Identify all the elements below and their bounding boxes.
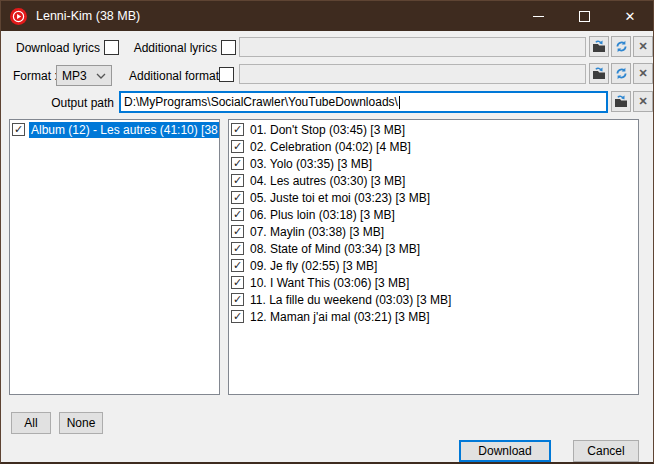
maximize-button[interactable] <box>561 1 607 31</box>
download-button[interactable]: Download <box>459 440 551 462</box>
track-list-item[interactable]: 03. Yolo (03:35) [3 MB] <box>229 155 638 172</box>
formats-browse-button[interactable] <box>589 63 609 84</box>
lyrics-browse-button[interactable] <box>589 36 609 57</box>
album-list-item[interactable]: Album (12) - Les autres (41:10) [38 MB] <box>10 121 219 138</box>
album-list[interactable]: Album (12) - Les autres (41:10) [38 MB] <box>9 119 220 395</box>
checkbox-icon[interactable] <box>231 259 244 272</box>
track-list-item[interactable]: 09. Je fly (02:55) [3 MB] <box>229 257 638 274</box>
track-list-item-label: 11. La fille du weekend (03:03) [3 MB] <box>248 292 453 308</box>
checkbox-icon[interactable] <box>12 123 25 136</box>
track-list-item-label: 09. Je fly (02:55) [3 MB] <box>248 258 379 274</box>
clear-icon: ✕ <box>638 68 647 79</box>
track-list-item[interactable]: 11. La fille du weekend (03:03) [3 MB] <box>229 291 638 308</box>
additional-formats-label: Additional formats <box>129 69 215 83</box>
close-icon: ✕ <box>625 10 636 23</box>
select-all-button[interactable]: All <box>11 412 51 434</box>
checkbox-icon[interactable] <box>231 208 244 221</box>
track-list-item-label: 02. Celebration (04:02) [4 MB] <box>248 139 413 155</box>
close-button[interactable]: ✕ <box>607 1 653 31</box>
track-list-item-label: 10. I Want This (03:06) [3 MB] <box>248 275 411 291</box>
checkbox-icon[interactable] <box>231 140 244 153</box>
folder-import-icon <box>614 95 628 108</box>
track-list-item-label: 06. Plus loin (03:18) [3 MB] <box>248 207 397 223</box>
additional-lyrics-label: Additional lyrics <box>131 41 217 55</box>
track-list-item-label: 12. Maman j'ai mal (03:21) [3 MB] <box>248 309 432 325</box>
track-list-item-label: 08. State of Mind (03:34) [3 MB] <box>248 241 422 257</box>
track-list-item-label: 04. Les autres (03:30) [3 MB] <box>248 173 407 189</box>
checkbox-icon[interactable] <box>231 276 244 289</box>
track-list-item-label: 03. Yolo (03:35) [3 MB] <box>248 156 374 172</box>
track-list-item[interactable]: 12. Maman j'ai mal (03:21) [3 MB] <box>229 308 638 325</box>
chevron-down-icon <box>96 73 106 79</box>
maximize-icon <box>579 11 590 22</box>
clear-icon: ✕ <box>638 41 647 52</box>
youtube-music-icon <box>10 8 27 25</box>
minimize-icon <box>533 16 544 17</box>
track-list-item-label: 05. Juste toi et moi (03:23) [3 MB] <box>248 190 432 206</box>
output-path-clear-button[interactable]: ✕ <box>633 91 653 112</box>
lyrics-refresh-button[interactable] <box>611 36 631 57</box>
format-value: MP3 <box>62 69 87 83</box>
track-list-item[interactable]: 07. Maylin (03:38) [3 MB] <box>229 223 638 240</box>
track-list-item-label: 01. Don't Stop (03:45) [3 MB] <box>248 122 407 138</box>
additional-lyrics-field[interactable] <box>239 37 586 57</box>
track-list-item[interactable]: 04. Les autres (03:30) [3 MB] <box>229 172 638 189</box>
checkbox-icon[interactable] <box>231 310 244 323</box>
download-lyrics-checkbox[interactable] <box>104 40 119 55</box>
cancel-button[interactable]: Cancel <box>573 440 639 462</box>
folder-import-icon <box>592 67 606 80</box>
track-list-item[interactable]: 02. Celebration (04:02) [4 MB] <box>229 138 638 155</box>
format-dropdown[interactable]: MP3 <box>56 65 112 86</box>
track-list-item[interactable]: 10. I Want This (03:06) [3 MB] <box>229 274 638 291</box>
track-list-item[interactable]: 06. Plus loin (03:18) [3 MB] <box>229 206 638 223</box>
additional-lyrics-checkbox[interactable] <box>221 40 236 55</box>
window-controls: ✕ <box>515 1 653 31</box>
checkbox-icon[interactable] <box>231 293 244 306</box>
download-lyrics-label: Download lyrics <box>15 41 100 55</box>
checkbox-icon[interactable] <box>231 174 244 187</box>
additional-formats-field[interactable] <box>239 64 586 84</box>
additional-formats-checkbox[interactable] <box>219 67 234 82</box>
formats-clear-button[interactable]: ✕ <box>633 63 653 84</box>
formats-refresh-button[interactable] <box>611 63 631 84</box>
lyrics-clear-button[interactable]: ✕ <box>633 36 653 57</box>
refresh-icon <box>615 67 628 80</box>
select-none-button[interactable]: None <box>59 412 103 434</box>
output-path-value: D:\MyPrograms\SocialCrawler\YouTubeDownl… <box>124 95 398 109</box>
refresh-icon <box>615 40 628 53</box>
checkbox-icon[interactable] <box>231 242 244 255</box>
window-title: Lenni-Kim (38 MB) <box>36 9 140 23</box>
text-caret <box>399 96 400 109</box>
checkbox-icon[interactable] <box>231 191 244 204</box>
minimize-button[interactable] <box>515 1 561 31</box>
track-list-item-label: 07. Maylin (03:38) [3 MB] <box>248 224 386 240</box>
format-label: Format : <box>13 69 58 83</box>
track-list-item[interactable]: 01. Don't Stop (03:45) [3 MB] <box>229 121 638 138</box>
checkbox-icon[interactable] <box>231 157 244 170</box>
checkbox-icon[interactable] <box>231 123 244 136</box>
track-list[interactable]: 01. Don't Stop (03:45) [3 MB] 02. Celebr… <box>228 119 639 395</box>
checkbox-icon[interactable] <box>231 225 244 238</box>
track-list-item[interactable]: 05. Juste toi et moi (03:23) [3 MB] <box>229 189 638 206</box>
album-list-item-label: Album (12) - Les autres (41:10) [38 MB] <box>29 122 220 138</box>
app-window: Lenni-Kim (38 MB) ✕ Download lyrics Addi… <box>0 0 654 464</box>
clear-icon: ✕ <box>638 96 647 107</box>
output-path-input[interactable]: D:\MyPrograms\SocialCrawler\YouTubeDownl… <box>119 91 608 113</box>
track-list-item[interactable]: 08. State of Mind (03:34) [3 MB] <box>229 240 638 257</box>
output-path-browse-button[interactable] <box>611 91 631 112</box>
titlebar: Lenni-Kim (38 MB) ✕ <box>1 1 653 31</box>
folder-import-icon <box>592 40 606 53</box>
output-path-label: Output path <box>29 96 114 110</box>
